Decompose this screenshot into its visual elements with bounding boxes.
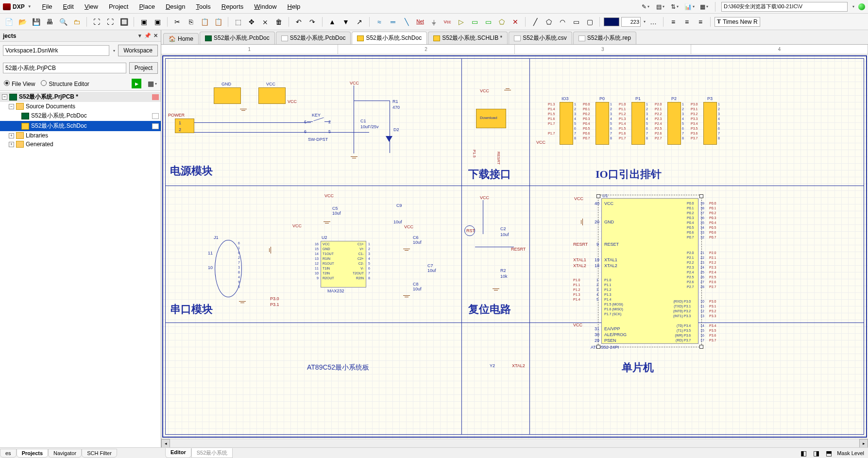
tab-csv[interactable]: S52最小系统.csv: [509, 32, 572, 44]
power-connector[interactable]: [175, 119, 194, 133]
preview-icon[interactable]: 🔍: [57, 16, 69, 28]
menu-help[interactable]: Help: [283, 1, 306, 12]
print-icon[interactable]: 🖶: [44, 16, 55, 28]
panel-pin-icon[interactable]: 📌: [144, 33, 151, 39]
open-icon[interactable]: 📂: [17, 16, 28, 28]
mask-icon-3[interactable]: ⬒: [824, 449, 833, 457]
tree-libraries[interactable]: +Libraries: [0, 131, 161, 140]
more-icon[interactable]: …: [647, 16, 659, 28]
gnd-icon[interactable]: ⏚: [428, 16, 440, 28]
sheet-icon[interactable]: ▭: [469, 16, 480, 28]
tree-pcbdoc[interactable]: S52最小系统.PcbDoc: [0, 111, 161, 121]
menu-file[interactable]: File: [37, 1, 57, 12]
save-icon[interactable]: 💾: [30, 16, 42, 28]
dxp-menu[interactable]: DXP▼: [3, 3, 32, 10]
part-icon[interactable]: ▷: [455, 16, 467, 28]
font-selector[interactable]: TTimes New R: [715, 17, 760, 27]
mask-level-label[interactable]: Mask Level: [837, 450, 864, 456]
menu-view[interactable]: View: [80, 1, 103, 12]
bus-entry-icon[interactable]: ╲: [401, 16, 412, 28]
selection-handle[interactable]: [699, 345, 703, 349]
cut-icon[interactable]: ✂: [171, 16, 183, 28]
status-dot-icon[interactable]: [858, 3, 865, 10]
gnd-header[interactable]: [214, 87, 241, 104]
io-header-5[interactable]: [703, 102, 717, 145]
text-right-icon[interactable]: ≡: [695, 16, 706, 28]
zoom-area-icon[interactable]: ⛶: [91, 16, 102, 28]
zoom-select-icon[interactable]: 🔲: [118, 16, 130, 28]
tab-es[interactable]: es: [0, 449, 17, 458]
menu-reports[interactable]: Reports: [217, 1, 249, 12]
vcc-header[interactable]: [258, 87, 286, 104]
paste-icon[interactable]: 📋: [199, 16, 210, 28]
path-input[interactable]: [721, 2, 848, 12]
layers2-icon[interactable]: ▣: [152, 16, 163, 28]
undo-icon[interactable]: ↶: [293, 16, 305, 28]
workspace-input[interactable]: [3, 45, 109, 56]
menu-tools[interactable]: Tools: [191, 1, 215, 12]
mask-icon-1[interactable]: ◧: [799, 449, 808, 457]
polygon-icon[interactable]: ⬠: [543, 16, 555, 28]
text-left-icon[interactable]: ≡: [667, 16, 679, 28]
io-header-3[interactable]: [631, 102, 645, 145]
subtab-editor[interactable]: Editor: [165, 448, 191, 458]
panel-menu-icon[interactable]: ▦▾: [147, 79, 157, 88]
horizontal-scrollbar[interactable]: ◂ ▸: [161, 439, 868, 447]
project-button[interactable]: Project: [129, 62, 158, 74]
menu-project[interactable]: Project: [104, 1, 133, 12]
structview-radio[interactable]: Structure Editor: [41, 80, 89, 87]
io-header-1[interactable]: [560, 102, 573, 145]
tab-schdoc[interactable]: S52最小系统.SchDoc: [352, 32, 427, 44]
io-header-4[interactable]: [667, 102, 681, 145]
arc-icon[interactable]: ◠: [557, 16, 568, 28]
paste-special-icon[interactable]: 📋: [212, 16, 224, 28]
tab-pcbdoc-2[interactable]: S52最小系统.PcbDoc: [276, 32, 351, 44]
bus-icon[interactable]: ═: [387, 16, 399, 28]
zoom-fit-icon[interactable]: ⛶: [104, 16, 116, 28]
menu-window[interactable]: Window: [249, 1, 281, 12]
tab-pcbdoc-1[interactable]: S52最小系统.PcbDoc: [200, 32, 275, 44]
tab-navigator[interactable]: Navigator: [48, 449, 82, 458]
tree-schdoc[interactable]: S52最小系统.SchDoc: [0, 121, 161, 131]
grid-icon[interactable]: ▦▾: [698, 1, 709, 12]
selection-handle[interactable]: [596, 194, 600, 198]
reset-button[interactable]: [464, 225, 475, 236]
hierarchy-up-icon[interactable]: ▲: [326, 16, 338, 28]
tab-rep[interactable]: S52最小系统.rep: [573, 32, 636, 44]
clear-icon[interactable]: 🗑: [273, 16, 285, 28]
port-icon[interactable]: ⬠: [496, 16, 508, 28]
sheet-entry-icon[interactable]: ▭: [482, 16, 494, 28]
selection-handle[interactable]: [699, 194, 703, 198]
mask-icon-2[interactable]: ◨: [812, 449, 820, 457]
folder-icon[interactable]: 🗀: [71, 16, 83, 28]
tree-generated[interactable]: +Generated: [0, 140, 161, 149]
selection-handle[interactable]: [596, 345, 600, 349]
move-icon[interactable]: ✥: [246, 16, 257, 28]
arrows-icon[interactable]: ⇅▾: [669, 1, 680, 12]
copy-icon[interactable]: ⎘: [185, 16, 197, 28]
workspace-button[interactable]: Workspace: [118, 45, 158, 56]
fileview-radio[interactable]: File View: [4, 80, 35, 87]
subtab-file[interactable]: S52最小系统: [191, 448, 233, 458]
cross-probe-icon[interactable]: ↗: [354, 16, 365, 28]
hierarchy-down-icon[interactable]: ▼: [340, 16, 352, 28]
round-rect-icon[interactable]: ▢: [584, 16, 596, 28]
rect-icon[interactable]: ▭: [570, 16, 582, 28]
select-icon[interactable]: ⬚: [232, 16, 244, 28]
line-icon[interactable]: ╱: [529, 16, 541, 28]
tab-schlib[interactable]: S52最小系统.SCHLIB *: [428, 32, 508, 44]
netlabel-icon[interactable]: Net: [414, 16, 426, 28]
color-value-input[interactable]: [621, 17, 641, 27]
scroll-right-icon[interactable]: ▸: [859, 439, 868, 447]
panel-close-icon[interactable]: ✕: [152, 33, 159, 39]
vcc-icon[interactable]: Vcc: [442, 16, 453, 28]
wire-icon[interactable]: ≈: [374, 16, 385, 28]
text-center-icon[interactable]: ≡: [681, 16, 693, 28]
redo-icon[interactable]: ↷: [306, 16, 318, 28]
project-input[interactable]: [3, 63, 126, 73]
menu-design[interactable]: Design: [161, 1, 190, 12]
tab-home[interactable]: 🏠Home: [163, 33, 199, 44]
compile-icon[interactable]: ▸: [132, 79, 141, 88]
scroll-left-icon[interactable]: ◂: [161, 439, 170, 447]
tab-projects[interactable]: Projects: [17, 449, 48, 458]
